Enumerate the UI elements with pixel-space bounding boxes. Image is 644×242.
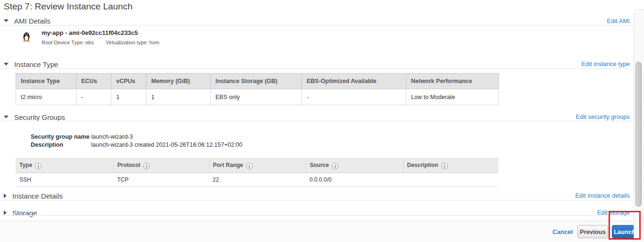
edit-instance-details-link[interactable]: Edit instance details — [575, 192, 630, 199]
col-header: Protocoli — [113, 159, 209, 173]
collapse-arrow-icon — [4, 63, 9, 66]
cell-rule-source: 0.0.0.0/0 — [306, 173, 403, 187]
col-header: Typei — [16, 159, 113, 173]
edit-security-groups-link[interactable]: Edit security groups — [576, 113, 630, 120]
cell-ebs-optimized: - — [302, 89, 406, 105]
section-divider — [0, 68, 634, 69]
section-divider — [0, 121, 634, 121]
section-header-instance-details[interactable]: Instance Details — [4, 191, 63, 200]
section-title: Instance Details — [12, 192, 63, 200]
cell-memory: 1 — [146, 89, 211, 105]
section-header-security-groups[interactable]: Security Groups — [4, 112, 65, 122]
sg-name-value: launch-wizard-3 — [91, 134, 133, 140]
col-header: Instance Type — [16, 74, 77, 89]
review-instance-launch-page: Step 7: Review Instance Launch AMI Detai… — [0, 0, 644, 242]
cell-network-performance: Low to Moderate — [406, 89, 499, 105]
col-header: Sourcei — [306, 159, 403, 173]
info-icon[interactable]: i — [35, 163, 42, 169]
edit-ami-link[interactable]: Edit AMI — [607, 17, 630, 25]
previous-button[interactable]: Previous — [577, 225, 608, 238]
cell-rule-port-range: 22 — [209, 173, 306, 187]
cell-rule-protocol: TCP — [113, 173, 209, 187]
section-divider — [0, 25, 634, 25]
info-icon[interactable]: i — [246, 163, 253, 169]
linux-tux-icon — [22, 32, 31, 42]
cancel-link[interactable]: Cancel — [552, 228, 573, 235]
cell-rule-type: SSH — [16, 173, 113, 187]
section-divider — [0, 200, 634, 200]
col-header: ECUs — [77, 74, 112, 89]
section-title: Instance Type — [14, 60, 58, 68]
edit-instance-type-link[interactable]: Edit instance type — [581, 60, 630, 67]
cell-vcpus: 1 — [112, 89, 146, 105]
ami-virtualization-type: Virtualization type: hvm — [106, 40, 160, 45]
sg-name-label: Security group name — [31, 134, 89, 140]
ami-name: my-app - ami-0e92cc11f04c233c5 — [42, 29, 138, 36]
col-header: Descriptioni — [403, 159, 498, 173]
info-icon[interactable]: i — [441, 163, 448, 169]
expand-arrow-icon — [4, 193, 7, 198]
cell-instance-type: t2.micro — [16, 89, 77, 105]
section-title: AMI Details — [14, 17, 51, 25]
section-divider — [0, 215, 634, 216]
expand-arrow-icon — [4, 210, 7, 215]
section-title: Security Groups — [14, 113, 65, 121]
cell-instance-storage: EBS only — [211, 89, 302, 105]
section-header-instance-type[interactable]: Instance Type — [4, 59, 58, 69]
col-header: Port Rangei — [209, 159, 306, 173]
scrollbar-track[interactable] — [634, 9, 644, 242]
ami-meta: Root Device Type: ebs Virtualization typ… — [42, 40, 170, 45]
page-title: Step 7: Review Instance Launch — [4, 1, 133, 12]
col-header: EBS-Optimized Available — [302, 74, 406, 89]
table-header-row: Instance Type ECUs vCPUs Memory (GiB) In… — [16, 74, 499, 89]
cell-rule-description — [403, 173, 498, 187]
instance-type-table: Instance Type ECUs vCPUs Memory (GiB) In… — [16, 73, 499, 105]
cell-ecus: - — [77, 89, 112, 105]
section-header-storage[interactable]: Storage — [4, 208, 37, 217]
security-rules-table: Typei Protocoli Port Rangei Sourcei Desc… — [16, 158, 498, 187]
table-row: SSH TCP 22 0.0.0.0/0 — [16, 173, 498, 187]
col-header: Instance Storage (GB) — [211, 74, 302, 89]
info-icon[interactable]: i — [143, 163, 150, 169]
sg-description-label: Description — [31, 142, 63, 148]
info-icon[interactable]: i — [332, 163, 338, 169]
col-header: Memory (GiB) — [146, 74, 211, 89]
table-row: t2.micro - 1 1 EBS only - Low to Moderat… — [16, 89, 499, 105]
col-header: vCPUs — [112, 74, 146, 89]
sg-description-value: launch-wizard-3 created 2021-05-26T16:06… — [91, 142, 242, 148]
collapse-arrow-icon — [4, 19, 9, 22]
collapse-arrow-icon — [4, 116, 9, 118]
section-header-ami-details[interactable]: AMI Details — [4, 16, 51, 25]
col-header: Network Performance — [406, 74, 499, 89]
scrollbar-thumb[interactable] — [635, 62, 642, 207]
ami-root-device-type: Root Device Type: ebs — [42, 40, 94, 45]
wizard-footer: Cancel Previous Launch — [0, 221, 644, 242]
table-header-row: Typei Protocoli Port Rangei Sourcei Desc… — [16, 159, 498, 173]
